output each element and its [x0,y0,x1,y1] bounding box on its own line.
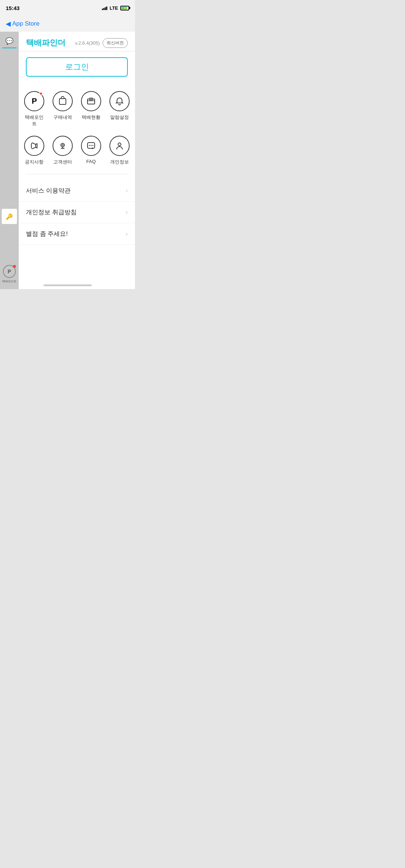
rating-menu-item[interactable]: 별점 좀 주세요! › [19,223,135,245]
divider [26,174,128,174]
main-wrapper: 💬 🔑 P 택배포인트 택배파인더 v.2.6.4(305) 최신버전 로그인 [0,32,135,289]
chat-icon: 💬 [4,36,14,46]
privacy-chevron-icon: › [126,208,128,216]
faq-label: FAQ [86,159,96,164]
personal-info-item[interactable]: 개인정보 [107,133,132,168]
menu-panel: 택배파인더 v.2.6.4(305) 최신버전 로그인 P 택배포인트 [19,32,135,289]
faq-item[interactable]: FAQ [78,133,104,168]
menu-list: 서비스 이용약관 › 개인정보 취급방침 › 별점 좀 주세요! › [19,177,135,248]
app-header: 택배파인더 v.2.6.4(305) 최신버전 [19,32,135,51]
sidebar-p-dot [13,265,16,268]
back-label: App Store [12,20,40,27]
login-button[interactable]: 로그인 [26,57,128,77]
sidebar-p-icon: P [3,265,16,278]
purchase-history-label: 구매내역 [53,114,72,121]
status-time: 15:43 [6,5,19,11]
sidebar-underline [2,48,17,48]
sidebar-p-label: 택배포인트 [2,279,17,283]
parcel-status-item[interactable]: 택배현황 [78,88,104,130]
p-letter: P [32,96,37,106]
parcel-point-item[interactable]: P 택배포인트 [22,88,47,130]
rating-chevron-icon: › [126,230,128,238]
svg-rect-1 [87,99,95,104]
version-text: v.2.6.4(305) [75,40,100,46]
svg-point-3 [61,143,64,147]
parcel-status-icon [81,91,101,111]
personal-info-label: 개인정보 [110,159,129,165]
rating-label: 별점 좀 주세요! [26,230,68,238]
alarm-settings-item[interactable]: 알람설정 [107,88,132,130]
lock-icon: 🔑 [6,213,13,220]
personal-info-icon [109,136,130,156]
notice-item[interactable]: 공지사항 [22,133,47,168]
icon-grid: P 택배포인트 구매내역 [19,82,135,171]
terms-menu-item[interactable]: 서비스 이용약관 › [19,180,135,202]
svg-point-9 [92,145,93,146]
signal-icon [102,6,107,10]
notice-label: 공지사항 [25,159,44,165]
status-icons: LTE ⚡ [102,5,129,11]
back-button[interactable]: ◀ App Store [6,20,40,28]
svg-rect-0 [59,99,66,104]
faq-icon [81,136,101,156]
back-chevron-icon: ◀ [6,20,11,28]
svg-point-6 [92,148,93,149]
battery-icon: ⚡ [120,6,129,10]
status-bar: 15:43 LTE ⚡ [0,0,135,16]
sidebar-tab: 💬 [0,32,19,53]
parcel-status-label: 택배현황 [82,114,100,121]
customer-center-item[interactable]: 고객센터 [50,133,76,168]
privacy-label: 개인정보 취급방침 [26,208,77,216]
svg-point-10 [118,143,121,146]
purchase-history-item[interactable]: 구매내역 [50,88,76,130]
terms-chevron-icon: › [126,187,128,194]
sidebar-bottom-tab[interactable]: P 택배포인트 [0,265,19,283]
privacy-menu-item[interactable]: 개인정보 취급방침 › [19,202,135,223]
alarm-settings-icon [109,91,130,111]
svg-point-8 [90,145,91,146]
login-btn-wrapper: 로그인 [19,51,135,82]
parcel-point-icon: P [24,91,44,111]
lte-label: LTE [109,5,118,11]
purchase-history-icon [53,91,73,111]
latest-version-button[interactable]: 최신버전 [103,38,128,48]
home-indicator [44,284,92,286]
alarm-settings-label: 알람설정 [110,114,129,121]
parcel-point-label: 택배포인트 [23,114,46,127]
notice-icon [24,136,44,156]
svg-point-4 [62,144,63,146]
app-title: 택배파인더 [26,37,72,48]
parcel-point-dot [39,92,43,95]
customer-center-icon [53,136,73,156]
sidebar-image-preview: 🔑 [1,208,17,224]
sidebar: 💬 🔑 P 택배포인트 [0,32,19,289]
terms-label: 서비스 이용약관 [26,186,71,195]
customer-center-label: 고객센터 [53,159,72,165]
nav-bar: ◀ App Store [0,16,135,32]
svg-point-7 [89,145,90,146]
